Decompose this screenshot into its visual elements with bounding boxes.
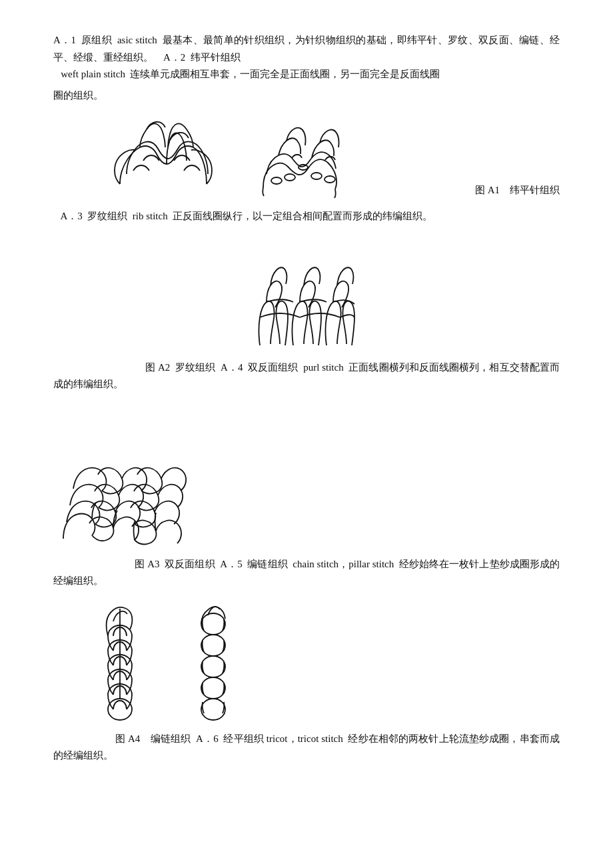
figure-a1-caption: 图 A1 纬平针组织 <box>360 182 560 205</box>
svg-point-0 <box>285 174 295 181</box>
figure-a1-left <box>107 111 213 204</box>
figure-a1-right <box>253 111 360 204</box>
figure-a4-container <box>93 597 560 727</box>
section-a5-caption: 图 A3 双反面组织 A．5 编链组织 chain stitch，pillar … <box>53 556 560 590</box>
figure-a3-container <box>53 399 560 552</box>
figure-a2-container <box>53 232 560 355</box>
svg-point-3 <box>271 177 282 184</box>
section-a1-cont: 圈的组织。 <box>53 87 560 105</box>
figure-a1-row: 图 A1 纬平针组织 <box>53 111 560 204</box>
section-a3: A．3 罗纹组织 rib stitch 正反面线圈纵行，以一定组合相间配置而形成… <box>53 208 560 225</box>
svg-point-4 <box>324 176 335 183</box>
svg-point-2 <box>299 165 308 170</box>
section-a6-caption: 图 A4 编链组织 A．6 经平组织 tricot，tricot stitch … <box>53 731 560 765</box>
section-a4-caption: 图 A2 罗纹组织 A．4 双反面组织 purl stitch 正面线圈横列和反… <box>53 359 560 393</box>
svg-point-1 <box>311 173 322 179</box>
section-a1-intro: A．1 原组织 asic stitch 最基本、最简单的针织组织，为针织物组织的… <box>53 32 560 83</box>
